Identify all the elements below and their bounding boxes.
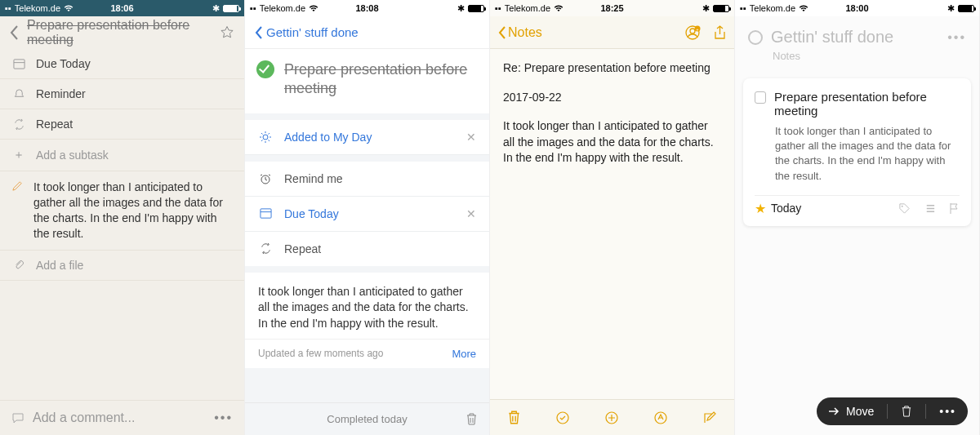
action-pill: Move ••• <box>817 397 968 425</box>
svg-line-9 <box>261 140 263 141</box>
carrier-label: Telekom.de <box>505 3 550 13</box>
svg-line-10 <box>269 133 270 135</box>
bluetooth-icon: ✱ <box>457 3 465 14</box>
myday-row[interactable]: Added to My Day ✕ <box>245 120 489 155</box>
carrier-label: Telekom.de <box>15 3 60 13</box>
repeat-label: Repeat <box>36 118 73 131</box>
more-link[interactable]: More <box>452 348 476 360</box>
task-card[interactable]: Prepare presentation before meeting It t… <box>743 78 971 226</box>
svg-rect-12 <box>260 209 270 218</box>
note-meta: Updated a few moments ago More <box>245 339 489 368</box>
svg-line-8 <box>269 140 270 141</box>
svg-rect-0 <box>13 59 24 68</box>
panel-notes: ▪▪ Telekom.de 18:25 ✱ Notes + Re: Prepar… <box>490 0 735 435</box>
completed-footer: Completed today <box>245 402 489 435</box>
note-body[interactable]: Re: Prepare presentation before meeting … <box>490 49 734 178</box>
more-icon[interactable]: ••• <box>214 411 233 425</box>
when-label[interactable]: Today <box>771 202 801 215</box>
project-subtitle: Notes <box>735 48 979 72</box>
people-icon[interactable]: + <box>684 24 701 41</box>
bluetooth-icon: ✱ <box>212 3 220 14</box>
signal-icon: ▪▪ <box>740 3 746 13</box>
svg-point-15 <box>690 29 695 33</box>
remind-row[interactable]: Remind me <box>245 162 489 197</box>
comment-footer: Add a comment... ••• <box>0 400 244 435</box>
carrier-label: Telekom.de <box>750 3 795 13</box>
separator <box>887 404 888 419</box>
flag-icon[interactable] <box>949 202 960 215</box>
move-button[interactable]: Move <box>828 405 874 418</box>
svg-text:+: + <box>697 26 699 31</box>
clock-icon <box>258 172 273 185</box>
bluetooth-icon: ✱ <box>702 3 710 14</box>
panel-wunderlist: ▪▪ Telekom.de 18:06 ✱ Prepare presentati… <box>0 0 245 435</box>
trash-icon[interactable] <box>901 405 912 418</box>
due-label: Due Today <box>36 57 91 70</box>
share-icon[interactable] <box>714 25 726 40</box>
pencil-icon <box>11 180 24 192</box>
svg-point-21 <box>902 206 903 207</box>
wifi-icon <box>799 5 808 12</box>
task-meta-row: ★ Today <box>755 195 960 216</box>
repeat-label: Repeat <box>284 242 321 255</box>
star-icon[interactable] <box>220 25 234 40</box>
file-row[interactable]: Add a file <box>0 251 244 281</box>
project-header[interactable]: Gettin' stuff done ••• <box>735 16 979 48</box>
panel-mstodo: ▪▪ Telekom.de 18:08 ✱ Gettin' stuff done… <box>245 0 490 435</box>
new-icon[interactable] <box>604 411 619 425</box>
svg-point-2 <box>263 135 268 140</box>
task-title-block: Prepare presentation before meeting <box>245 49 489 113</box>
completed-label: Completed today <box>327 413 407 425</box>
repeat-row[interactable]: Repeat <box>0 109 244 140</box>
task-header: Prepare presentation before meeting <box>0 16 244 49</box>
task-title: Prepare presentation before meeting <box>774 90 960 118</box>
project-title: Gettin' stuff done <box>771 28 893 47</box>
status-bar: ▪▪ Telekom.de 18:25 ✱ <box>490 0 734 16</box>
calendar-icon <box>11 58 26 70</box>
close-icon[interactable]: ✕ <box>466 207 476 220</box>
bell-icon <box>11 88 26 100</box>
note-date: 2017-09-22 <box>503 90 721 106</box>
compose-icon[interactable] <box>702 411 717 425</box>
tag-icon[interactable] <box>898 202 911 215</box>
close-icon[interactable]: ✕ <box>466 131 476 144</box>
battery-icon <box>713 5 729 12</box>
trash-icon[interactable] <box>466 412 478 426</box>
subtask-row[interactable]: ＋ Add a subtask <box>0 140 244 171</box>
status-bar: ▪▪ Telekom.de 18:00 ✱ <box>735 0 979 16</box>
wifi-icon <box>554 5 564 12</box>
remind-label: Remind me <box>284 172 343 185</box>
back-icon[interactable] <box>10 25 19 40</box>
more-icon[interactable]: ••• <box>947 30 966 45</box>
more-icon[interactable]: ••• <box>939 405 956 418</box>
reminder-row[interactable]: Reminder <box>0 79 244 109</box>
battery-icon <box>223 5 239 12</box>
bluetooth-icon: ✱ <box>947 3 955 14</box>
draw-icon[interactable] <box>653 411 668 425</box>
back-button[interactable]: Gettin' stuff done <box>255 25 359 39</box>
due-row[interactable]: Due Today <box>0 49 244 79</box>
note-title: Re: Prepare presentation before meeting <box>503 60 721 77</box>
comment-input[interactable]: Add a comment... <box>33 411 135 425</box>
checklist-icon[interactable] <box>555 411 570 425</box>
back-button[interactable]: Notes <box>498 25 542 40</box>
due-label: Due Today <box>284 207 339 220</box>
nav-header: Notes + <box>490 16 734 49</box>
paperclip-icon <box>11 259 26 271</box>
note-text: It took longer than I anticipated to gat… <box>33 180 233 242</box>
note-text: It took longer than I anticipated to gat… <box>258 285 469 330</box>
due-row[interactable]: Due Today ✕ <box>245 197 489 232</box>
task-title: Prepare presentation before meeting <box>284 60 478 99</box>
svg-line-7 <box>261 133 263 135</box>
battery-icon <box>958 5 974 12</box>
checkbox-icon[interactable] <box>755 91 766 104</box>
list-icon[interactable] <box>924 202 936 215</box>
trash-icon[interactable] <box>507 410 521 425</box>
repeat-row[interactable]: Repeat <box>245 232 489 266</box>
note-card[interactable]: It took longer than I anticipated to gat… <box>245 273 489 339</box>
battery-icon <box>468 5 484 12</box>
myday-label: Added to My Day <box>284 131 372 144</box>
note-row[interactable]: It took longer than I anticipated to gat… <box>0 171 244 251</box>
file-label: Add a file <box>36 259 83 272</box>
check-icon[interactable] <box>256 60 274 78</box>
